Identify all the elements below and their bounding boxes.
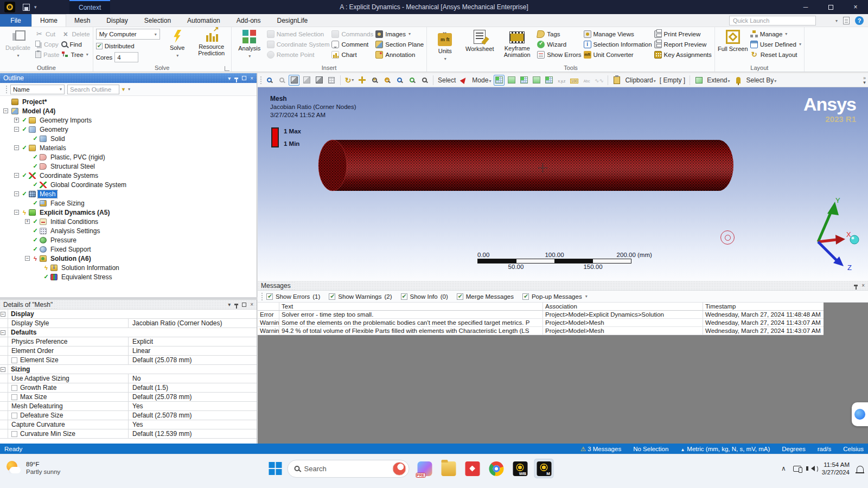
property-value[interactable]: Default (2.5078 mm) [129,412,257,419]
search-outline-input[interactable]: Search Outline [67,85,119,94]
details-pin-icon[interactable] [234,304,238,305]
orientation-triad[interactable]: Y X Z [802,194,863,271]
property-checkbox[interactable] [11,357,17,363]
tray-chevron-icon[interactable]: ∧ [781,465,786,472]
weather-widget[interactable]: 89°F Partly sunny [5,460,60,476]
messages-panel-header[interactable]: Messages × [258,281,868,291]
remote-point-button[interactable]: Remote Point [267,49,330,60]
tree-item[interactable]: −Model (A4) [0,106,257,115]
select-node-filter-icon[interactable] [544,75,554,86]
tree-expander[interactable]: − [3,108,8,113]
coordinates-pick-icon[interactable] [556,75,567,86]
outline-restore-icon[interactable] [242,76,246,80]
property-value[interactable]: Yes [129,402,257,410]
solve-dialog-launcher[interactable] [225,66,229,71]
select-cursor-icon[interactable] [458,75,469,86]
tab-selection[interactable]: Selection [136,14,179,27]
tree-item[interactable]: Project* [0,97,257,106]
outline-pin-icon[interactable] [234,78,238,79]
tab-file[interactable]: File [0,14,31,27]
taskbar-app-chrome[interactable] [487,459,506,478]
tree-expander[interactable]: − [14,173,19,178]
tree-item[interactable]: +✓Geometry Imports [0,115,257,125]
tree-item[interactable]: ✓Fixed Support [0,245,257,254]
units-button[interactable]: Units▾ [430,29,460,62]
tree-expander[interactable]: − [14,210,19,215]
find-button[interactable]: Find [61,39,90,49]
annotation-button[interactable]: Annotation [375,49,424,60]
tab-home[interactable]: Home [31,14,66,27]
select-edge-filter-icon[interactable] [506,75,517,86]
reset-layout-button[interactable]: Reset Layout [750,49,801,60]
taskbar-app-workbench[interactable]: WB [510,459,530,478]
toolbar-drag-handle[interactable] [260,76,262,85]
coordinate-system-button[interactable]: Coordinate System [267,39,330,49]
full-screen-button[interactable]: Full Screen [718,29,748,52]
status-units-button[interactable]: Metric (mm, kg, N, s, mV, mA) [680,446,770,452]
copy-button[interactable]: Copy [35,39,59,49]
label-pick-icon[interactable] [581,75,592,86]
column-header[interactable]: Timestamp [703,303,824,310]
user-defined-button[interactable]: User Defined▾ [750,39,801,49]
probe-chart-icon[interactable] [593,75,604,86]
zoom-fit-icon[interactable] [394,75,405,86]
meshed-cylinder-model[interactable] [316,139,735,192]
rotate-icon[interactable]: ▾ [344,75,355,86]
details-row[interactable]: Defeature SizeDefault (2.5078 mm) [0,411,257,420]
outline-panel-header[interactable]: Outline ▾ × [0,73,257,83]
property-checkbox[interactable] [11,431,17,437]
section-collapse-button[interactable]: − [1,367,5,372]
details-row[interactable]: Curvature Min SizeDefault (12.539 mm) [0,429,257,439]
tray-volume-icon[interactable] [808,466,815,471]
details-dropdown-icon[interactable]: ▾ [228,301,231,307]
distributed-checkbox[interactable]: Distributed [96,41,160,51]
tree-item[interactable]: ✓Face Sizing [0,198,257,208]
filter-show-warnings[interactable]: Show Warnings(2) [329,293,392,300]
details-row[interactable]: Display StyleJacobian Ratio (Corner Node… [0,319,257,328]
section-plane-button[interactable]: Section Plane [375,39,424,49]
details-row[interactable]: Physics PreferenceExplicit [0,337,257,346]
filter-checkbox[interactable] [329,293,335,300]
messages-pin-icon[interactable] [854,285,858,286]
details-section-row[interactable]: −Display [0,310,257,319]
analysis-button[interactable]: Analysis▾ [234,29,265,60]
details-row[interactable]: Element SizeDefault (25.078 mm) [0,356,257,365]
filter-show-info[interactable]: Show Info(0) [401,293,448,300]
distributed-checkbox-box[interactable] [96,43,103,49]
drag-handle[interactable] [5,85,8,94]
messages-drag-handle[interactable] [261,292,263,301]
tab-display[interactable]: Display [98,14,136,27]
filter-checkbox[interactable] [266,293,273,300]
tree-item[interactable]: −✓Mesh [0,189,257,198]
duplicate-button[interactable]: Duplicate▾ [3,29,33,59]
property-value[interactable]: No [129,375,257,382]
message-row[interactable]: WarningSome of the elements on the probl… [258,319,824,327]
edge-sidebar-button[interactable] [852,402,868,426]
comment-button[interactable]: Comment [331,39,373,49]
section-collapse-button[interactable]: − [1,330,5,335]
commands-button[interactable]: Commands [331,29,373,39]
viewport-3d[interactable]: Mesh Jacobian Ratio (Corner Nodes) 3/27/… [258,87,868,281]
titlebar-dropdown-icon[interactable]: ▾ [34,4,37,10]
property-value[interactable]: Linear [129,347,257,355]
tree-item[interactable]: −ϟSolution (A6) [0,254,257,263]
messages-close-icon[interactable]: × [861,282,865,288]
taskbar-app-explorer[interactable] [439,459,458,478]
message-row[interactable]: Warning94.2 % of total volume of Flexibl… [258,327,824,335]
filter-dropdown-icon[interactable]: ▾ [585,294,588,299]
outline-close-icon[interactable]: × [250,75,253,81]
select-body-filter-icon[interactable] [531,75,542,86]
worksheet-button[interactable]: Worksheet [462,29,497,52]
status-angle[interactable]: Degrees [782,446,805,452]
details-section-row[interactable]: −Sizing [0,365,257,374]
tree-expander[interactable]: + [25,219,30,224]
tree-item[interactable]: −✓Geometry [0,125,257,134]
taskbar-app-copilot[interactable]: PRE [415,459,435,478]
cut-button[interactable]: Cut [35,29,59,39]
worksheet-doc-icon[interactable] [843,17,850,24]
property-value[interactable]: Default (25.078 mm) [129,356,257,364]
details-row[interactable]: Use Adaptive SizingNo [0,374,257,383]
resource-prediction-button[interactable]: Resource Prediction [195,29,228,56]
taskbar-clock[interactable]: 11:54 AM 3/27/2024 [822,461,850,476]
tab-automation[interactable]: Automation [179,14,228,27]
